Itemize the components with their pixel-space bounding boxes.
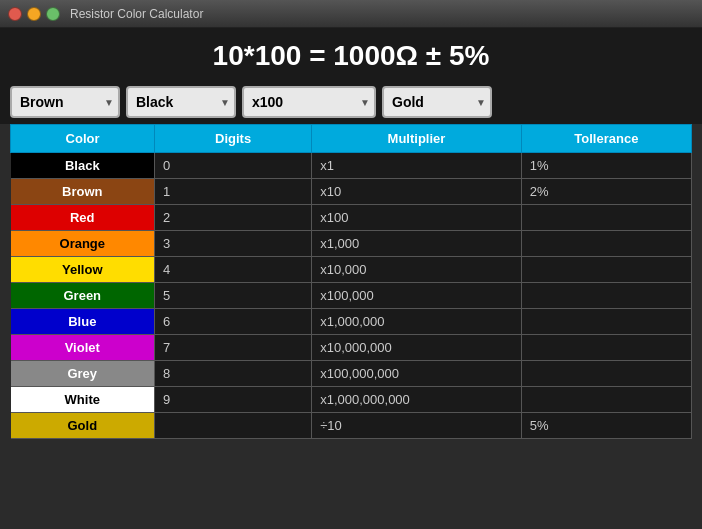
table-row: Orange3x1,000	[11, 231, 692, 257]
color-cell-green: Green	[11, 283, 155, 309]
table-row: Black0x11%	[11, 153, 692, 179]
tolerance-cell	[521, 205, 691, 231]
minimize-button[interactable]	[27, 7, 41, 21]
digit-cell: 9	[155, 387, 312, 413]
color-cell-blue: Blue	[11, 309, 155, 335]
band2-select[interactable]: Black Brown Red Orange Yellow Green Blue…	[126, 86, 236, 118]
color-cell-yellow: Yellow	[11, 257, 155, 283]
window-controls	[8, 7, 60, 21]
table-row: Grey8x100,000,000	[11, 361, 692, 387]
multiplier-cell: x1	[312, 153, 522, 179]
digit-cell: 5	[155, 283, 312, 309]
color-cell-grey: Grey	[11, 361, 155, 387]
multiplier-cell: x1,000,000	[312, 309, 522, 335]
table-row: Brown1x102%	[11, 179, 692, 205]
digit-cell: 4	[155, 257, 312, 283]
tolerance-cell	[521, 309, 691, 335]
tolerance-cell	[521, 257, 691, 283]
close-button[interactable]	[8, 7, 22, 21]
window-title: Resistor Color Calculator	[70, 7, 203, 21]
multiplier-cell: x100	[312, 205, 522, 231]
col-header-tolerance: Tollerance	[521, 125, 691, 153]
color-cell-white: White	[11, 387, 155, 413]
color-cell-brown: Brown	[11, 179, 155, 205]
table-row: Green5x100,000	[11, 283, 692, 309]
table-row: Blue6x1,000,000	[11, 309, 692, 335]
multiplier-select[interactable]: x1 x10 x100 x1,000 x10,000 x100,000 x1,0…	[242, 86, 376, 118]
digit-cell: 7	[155, 335, 312, 361]
tolerance-cell: 5%	[521, 413, 691, 439]
digit-cell: 2	[155, 205, 312, 231]
color-cell-violet: Violet	[11, 335, 155, 361]
table-row: Red2x100	[11, 205, 692, 231]
color-cell-orange: Orange	[11, 231, 155, 257]
tolerance-cell: 1%	[521, 153, 691, 179]
digit-cell: 6	[155, 309, 312, 335]
col-header-digits: Digits	[155, 125, 312, 153]
col-header-multiplier: Multiplier	[312, 125, 522, 153]
col-header-color: Color	[11, 125, 155, 153]
multiplier-cell: x10,000,000	[312, 335, 522, 361]
formula-bar: 10*100 = 1000Ω ± 5%	[0, 28, 702, 80]
multiplier-cell: x1,000	[312, 231, 522, 257]
multiplier-cell: x1,000,000,000	[312, 387, 522, 413]
maximize-button[interactable]	[46, 7, 60, 21]
digit-cell: 3	[155, 231, 312, 257]
tolerance-cell: 2%	[521, 179, 691, 205]
tolerance-cell	[521, 283, 691, 309]
tolerance-select[interactable]: Brown Red Gold Silver None	[382, 86, 492, 118]
title-bar: Resistor Color Calculator	[0, 0, 702, 28]
tolerance-dropdown-wrap: Brown Red Gold Silver None ▼	[382, 86, 492, 118]
multiplier-cell: x100,000	[312, 283, 522, 309]
band1-select[interactable]: Black Brown Red Orange Yellow Green Blue…	[10, 86, 120, 118]
multiplier-cell: x100,000,000	[312, 361, 522, 387]
dropdowns-row: Black Brown Red Orange Yellow Green Blue…	[0, 80, 702, 124]
formula-display: 10*100 = 1000Ω ± 5%	[213, 40, 490, 71]
digit-cell	[155, 413, 312, 439]
tolerance-cell	[521, 335, 691, 361]
digit-cell: 1	[155, 179, 312, 205]
multiplier-cell: x10,000	[312, 257, 522, 283]
table-row: White9x1,000,000,000	[11, 387, 692, 413]
color-cell-gold: Gold	[11, 413, 155, 439]
table-row: Yellow4x10,000	[11, 257, 692, 283]
color-table-container: Color Digits Multiplier Tollerance Black…	[0, 124, 702, 449]
multiplier-cell: x10	[312, 179, 522, 205]
tolerance-cell	[521, 361, 691, 387]
band1-dropdown-wrap: Black Brown Red Orange Yellow Green Blue…	[10, 86, 120, 118]
tolerance-cell	[521, 387, 691, 413]
digit-cell: 8	[155, 361, 312, 387]
multiplier-cell: ÷10	[312, 413, 522, 439]
color-cell-black: Black	[11, 153, 155, 179]
table-row: Gold÷105%	[11, 413, 692, 439]
color-table: Color Digits Multiplier Tollerance Black…	[10, 124, 692, 439]
color-cell-red: Red	[11, 205, 155, 231]
band2-dropdown-wrap: Black Brown Red Orange Yellow Green Blue…	[126, 86, 236, 118]
multiplier-dropdown-wrap: x1 x10 x100 x1,000 x10,000 x100,000 x1,0…	[242, 86, 376, 118]
digit-cell: 0	[155, 153, 312, 179]
table-row: Violet7x10,000,000	[11, 335, 692, 361]
tolerance-cell	[521, 231, 691, 257]
